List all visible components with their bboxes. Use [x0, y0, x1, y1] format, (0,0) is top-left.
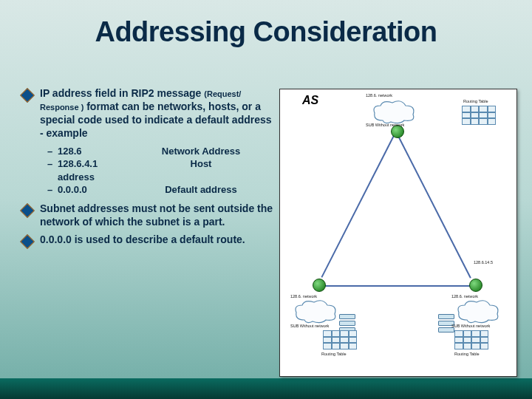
sub-2-extra: address: [58, 171, 129, 184]
page-title: Addressing Consideration: [0, 16, 532, 48]
bullet-1-text: IP address field in RIP2 message (Reques…: [40, 87, 273, 140]
diamond-icon: [20, 234, 35, 249]
routing-table-icon: [462, 106, 496, 125]
network-diagram: AS Routing Table 128.6. network SUB With…: [279, 89, 517, 377]
bullet-2: Subnet addresses must not be sent outsid…: [22, 202, 273, 229]
router-node-b: [313, 279, 326, 292]
label-net-b: 128.6. network: [290, 295, 317, 299]
sub-1-right: Network Address: [129, 145, 273, 158]
label-routing-table: Routing Table: [463, 100, 488, 104]
router-node-c: [469, 279, 482, 292]
decorative-band: [0, 378, 532, 399]
sub-2: – 128.6.4.1 Host: [47, 157, 273, 171]
diamond-icon: [20, 203, 35, 218]
label-net-a: 128.6. network: [366, 94, 392, 98]
bullet-1: IP address field in RIP2 message (Reques…: [22, 87, 273, 140]
sub-2-left: 128.6.4.1: [58, 157, 129, 171]
cloud-icon: [456, 299, 500, 324]
diamond-icon: [20, 88, 35, 103]
edge-ab: [321, 131, 397, 278]
sub-2b: address: [47, 171, 273, 184]
as-label: AS: [302, 94, 318, 107]
label-rt-c: Routing Table: [454, 352, 480, 357]
dash-icon: –: [47, 145, 58, 158]
cloud-icon: [372, 100, 416, 125]
bullet-2-text: Subnet addresses must not be sent outsid…: [40, 202, 273, 229]
dash-icon: –: [47, 157, 58, 171]
sub-3-left: 0.0.0.0: [58, 183, 129, 197]
sub-3: – 0.0.0.0 Default address: [47, 183, 273, 197]
sub-1-left: 128.6: [58, 145, 129, 158]
routing-table-icon: [323, 330, 357, 349]
text-content: IP address field in RIP2 message (Reques…: [22, 87, 273, 251]
bullet-1-prefix: IP address field in RIP2 message: [40, 87, 201, 99]
routing-table-icon: [454, 330, 488, 349]
cloud-icon: [293, 299, 338, 324]
label-sub-c: SUB Without network: [451, 324, 490, 329]
bullet-3: 0.0.0.0 is used to describe a default ro…: [22, 233, 273, 247]
dash-icon: –: [47, 183, 58, 197]
sub-3-right: Default address: [129, 183, 273, 197]
label-ip-c: 128.6.14.5: [474, 261, 493, 265]
dash-spacer: [47, 171, 58, 184]
sub-list: – 128.6 Network Address – 128.6.4.1 Host…: [47, 145, 273, 197]
sub-2-right: Host: [129, 157, 273, 171]
label-sub-b: SUB Without network: [290, 324, 329, 329]
label-net-c: 128.6. network: [451, 295, 478, 299]
sub-1: – 128.6 Network Address: [47, 145, 273, 158]
bullet-3-text: 0.0.0.0 is used to describe a default ro…: [40, 233, 273, 247]
edge-ac: [395, 132, 471, 279]
label-sub-a: SUB Without network: [366, 123, 404, 128]
label-rt-b: Routing Table: [321, 352, 347, 357]
edge-bc: [320, 285, 475, 287]
